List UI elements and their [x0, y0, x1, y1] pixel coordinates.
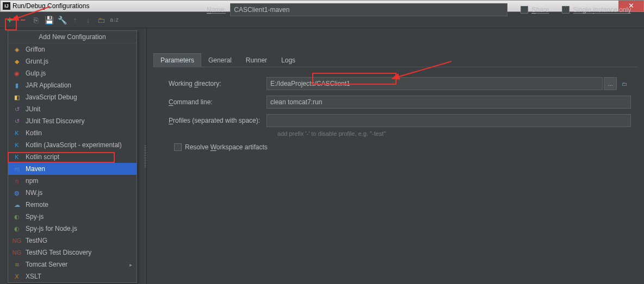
- profiles-label: Profiles (separated with space):: [169, 117, 267, 124]
- popup-item-javascript-debug[interactable]: ◧JavaScript Debug: [8, 91, 137, 103]
- popup-item-label: npm: [26, 177, 38, 185]
- parameters-form: Working directory: … 🗀 Command line: Pro…: [153, 67, 637, 151]
- config-type-icon: K: [13, 141, 21, 149]
- wrench-icon[interactable]: 🔧: [58, 16, 66, 24]
- name-row: Name: Share Single instance only: [207, 3, 634, 16]
- popup-item-label: JavaScript Debug: [26, 93, 77, 101]
- folder-button[interactable]: 🗀: [97, 16, 106, 24]
- config-type-icon: K: [13, 153, 21, 161]
- popup-item-testng[interactable]: NGTestNG: [8, 235, 137, 247]
- config-type-icon: NG: [13, 236, 21, 245]
- save-button[interactable]: 💾: [45, 16, 53, 24]
- popup-item-label: JAR Application: [26, 81, 71, 89]
- tab-runner[interactable]: Runner: [239, 53, 274, 67]
- remove-config-button[interactable]: −: [18, 16, 27, 24]
- sort-button[interactable]: a↓z: [110, 16, 119, 24]
- app-icon: IJ: [3, 2, 10, 10]
- profiles-input[interactable]: [267, 114, 631, 127]
- content-panel: Parameters General Runner Logs Working d…: [147, 28, 644, 284]
- working-dir-label: Working directory:: [169, 80, 267, 87]
- popup-item-kotlin-javascript-experimental-[interactable]: KKotlin (JavaScript - experimental): [8, 139, 137, 151]
- config-type-icon: m: [13, 165, 21, 173]
- popup-item-spy-js[interactable]: ◐Spy-js: [8, 211, 137, 223]
- profiles-hint: add prefix '-' to disable profile, e.g. …: [277, 130, 631, 137]
- popup-item-label: Remote: [26, 201, 48, 209]
- popup-item-maven[interactable]: mMaven: [8, 163, 137, 175]
- config-type-icon: ◐: [13, 212, 21, 221]
- popup-item-xslt[interactable]: XXSLT: [8, 270, 137, 282]
- config-type-icon: ≋: [13, 260, 21, 269]
- name-label: Name:: [207, 6, 226, 14]
- popup-item-npm[interactable]: nnpm: [8, 175, 137, 187]
- share-checkbox[interactable]: Share: [521, 6, 549, 14]
- popup-item-kotlin[interactable]: KKotlin: [8, 127, 137, 139]
- popup-item-label: Tomcat Server: [26, 261, 67, 268]
- config-type-icon: ◐: [13, 224, 21, 233]
- popup-item-testng-test-discovery[interactable]: NGTestNG Test Discovery: [8, 247, 137, 258]
- copy-button[interactable]: ⎘: [32, 16, 40, 24]
- command-line-input[interactable]: [267, 96, 631, 109]
- browse-button[interactable]: …: [604, 77, 617, 90]
- window-title: Run/Debug Configurations: [13, 2, 89, 10]
- popup-item-label: Spy-js for Node.js: [26, 225, 77, 232]
- popup-item-label: Grunt.js: [26, 58, 48, 65]
- config-type-icon: ◍: [13, 188, 21, 197]
- popup-item-label: Griffon: [26, 46, 45, 53]
- popup-item-grunt-js[interactable]: ◆Grunt.js: [8, 55, 137, 67]
- add-config-popup: Add New Configuration ◈Griffon◆Grunt.js◉…: [8, 30, 137, 283]
- tree-button[interactable]: 🗀: [618, 77, 631, 90]
- popup-item-label: Spy-js: [26, 213, 44, 220]
- popup-item-label: Kotlin: [26, 129, 42, 137]
- working-dir-input[interactable]: [267, 77, 603, 90]
- popup-item-spy-js-for-node-js[interactable]: ◐Spy-js for Node.js: [8, 223, 137, 235]
- config-type-icon: ☁: [13, 200, 21, 209]
- popup-item-junit[interactable]: ↺JUnit: [8, 103, 137, 115]
- popup-item-label: Gulp.js: [26, 70, 46, 77]
- config-type-icon: NG: [13, 248, 21, 257]
- tab-general[interactable]: General: [201, 53, 239, 67]
- popup-item-label: Maven: [26, 165, 45, 173]
- config-type-icon: K: [13, 129, 21, 137]
- resizer-icon[interactable]: [144, 146, 146, 167]
- config-type-icon: ◧: [13, 93, 21, 102]
- popup-item-label: TestNG: [26, 237, 47, 244]
- popup-item-label: JUnit Test Discovery: [26, 117, 84, 125]
- popup-item-label: JUnit: [26, 105, 40, 113]
- popup-item-gulp-js[interactable]: ◉Gulp.js: [8, 67, 137, 79]
- move-up-button[interactable]: ↑: [71, 16, 79, 24]
- tabs: Parameters General Runner Logs: [153, 53, 637, 67]
- popup-item-griffon[interactable]: ◈Griffon: [8, 43, 137, 55]
- popup-item-label: XSLT: [26, 273, 41, 280]
- resolve-checkbox[interactable]: Resolve Workspace artifacts: [174, 143, 631, 151]
- popup-item-jar-application[interactable]: ▮JAR Application: [8, 79, 137, 91]
- popup-item-remote[interactable]: ☁Remote: [8, 199, 137, 211]
- popup-item-label: Kotlin script: [26, 153, 59, 161]
- single-instance-checkbox[interactable]: Single instance only: [562, 6, 631, 14]
- config-type-icon: ▮: [13, 81, 21, 90]
- config-type-icon: ↺: [13, 117, 21, 125]
- popup-item-junit-test-discovery[interactable]: ↺JUnit Test Discovery: [8, 115, 137, 127]
- move-down-button[interactable]: ↓: [84, 16, 92, 24]
- config-type-icon: n: [13, 176, 21, 185]
- config-type-icon: ◉: [13, 69, 21, 78]
- config-type-icon: X: [13, 272, 21, 281]
- tab-logs[interactable]: Logs: [274, 53, 302, 67]
- popup-item-nw-js[interactable]: ◍NW.js: [8, 187, 137, 199]
- submenu-arrow-icon: ▸: [129, 262, 132, 268]
- config-type-icon: ◆: [13, 57, 21, 66]
- popup-item-tomcat-server[interactable]: ≋Tomcat Server▸: [8, 258, 137, 270]
- popup-item-label: NW.js: [26, 189, 42, 197]
- config-type-icon: ↺: [13, 105, 21, 113]
- tab-parameters[interactable]: Parameters: [153, 53, 201, 67]
- config-type-icon: ◈: [13, 45, 21, 54]
- popup-item-label: TestNG Test Discovery: [26, 249, 91, 256]
- popup-title: Add New Configuration: [8, 31, 137, 43]
- add-config-button[interactable]: +: [5, 16, 14, 24]
- command-line-label: Command line:: [169, 98, 267, 106]
- name-input[interactable]: [230, 3, 507, 16]
- popup-item-kotlin-script[interactable]: KKotlin script: [8, 151, 137, 163]
- popup-item-label: Kotlin (JavaScript - experimental): [26, 141, 122, 149]
